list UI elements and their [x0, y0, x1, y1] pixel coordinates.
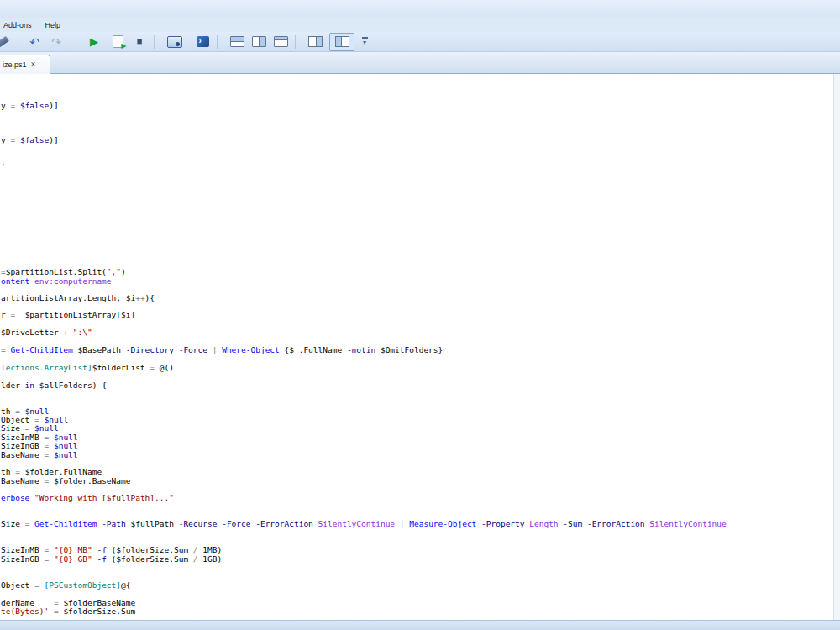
code-segment: =: [25, 423, 34, 433]
tab-script-file[interactable]: ize.ps1 ×: [0, 55, 50, 74]
menu-addons[interactable]: Add-ons: [3, 21, 32, 29]
code-segment: =: [10, 310, 24, 319]
code-line[interactable]: ': [1, 162, 6, 171]
code-segment: ': [1, 162, 6, 171]
script-pane-top-button[interactable]: [226, 33, 248, 51]
code-segment: -Recurse: [179, 519, 222, 528]
code-segment: |: [400, 519, 409, 528]
code-segment: /: [193, 554, 202, 564]
code-segment: artitionListArray.Length; $i: [1, 293, 135, 302]
code-line[interactable]: lections.ArrayList]$folderList = @(): [1, 363, 174, 372]
code-segment: $BasePath: [78, 345, 126, 354]
code-segment: @(): [160, 363, 174, 372]
stop-operation-button[interactable]: ■: [129, 33, 150, 51]
stop-icon: ■: [137, 37, 143, 46]
overflow-icon: ▾: [362, 37, 368, 46]
code-line[interactable]: r = $partitionListArray[$i]: [1, 310, 135, 319]
code-line[interactable]: artitionListArray.Length; $i++){: [1, 293, 155, 302]
code-segment: -ErrorAction: [587, 519, 649, 528]
code-segment: =: [10, 101, 19, 110]
script-pane-right-icon: [252, 36, 266, 47]
code-line[interactable]: Object = [PSCustomObject]@{: [1, 580, 130, 590]
code-segment: =: [1, 345, 10, 354]
code-line[interactable]: y = $false)]: [1, 135, 59, 144]
code-segment: -Force: [222, 519, 255, 528]
code-segment: $partitionList.Split(: [6, 267, 107, 276]
code-segment: ($folderSize.Sum: [112, 554, 193, 564]
code-line[interactable]: = Get-ChildItem $BasePath -Directory -Fo…: [1, 345, 443, 354]
menu-help[interactable]: Help: [45, 21, 61, 29]
code-segment: $null: [54, 441, 78, 450]
code-line[interactable]: lder in $allFolders) {: [1, 381, 107, 390]
code-segment: BaseName: [1, 450, 44, 459]
redo-button[interactable]: ↷: [45, 33, 67, 51]
code-segment: -notin: [347, 345, 381, 354]
script-editor-pane[interactable]: y = $false)]y = $false)]'=$partitionList…: [0, 74, 840, 620]
code-segment: -f: [97, 545, 111, 554]
code-line[interactable]: Size = $null: [1, 423, 59, 433]
clear-console-button[interactable]: [0, 33, 10, 51]
code-segment: $folderList: [92, 363, 150, 372]
code-line[interactable]: $DriveLetter + ":\": [1, 328, 92, 337]
code-segment: Size: [1, 519, 25, 528]
code-segment: [PSCustomObject]: [45, 580, 122, 590]
code-segment: ontent: [1, 276, 34, 286]
toolbar-overflow-button[interactable]: ▾: [358, 33, 371, 51]
code-line[interactable]: ontent env:computername: [1, 276, 112, 286]
code-segment: ){: [145, 293, 155, 302]
code-segment: |: [213, 345, 222, 354]
code-segment: =: [44, 554, 53, 564]
code-segment: lder: [1, 381, 25, 390]
code-line[interactable]: BaseName = $folder.BaseName: [1, 476, 130, 486]
code-segment: )]: [49, 135, 58, 144]
code-segment: {$_.FullName: [285, 345, 347, 354]
code-segment: -Directory: [126, 345, 179, 354]
script-pane-right-button[interactable]: [248, 33, 270, 51]
code-segment: ++: [135, 293, 144, 302]
mini-play-icon: ▶: [121, 43, 126, 50]
code-segment: "{0} GB": [54, 554, 97, 564]
code-segment: $folder.BaseName: [54, 476, 131, 486]
code-segment: $fullPath: [130, 519, 178, 528]
code-line[interactable]: BaseName = $null: [1, 450, 78, 459]
code-segment: =: [15, 467, 24, 476]
new-remote-powershell-tab-button[interactable]: [163, 33, 186, 51]
code-line[interactable]: y = $false)]: [1, 101, 59, 110]
code-segment: Get-ChildItem: [10, 345, 77, 354]
code-segment: -f: [97, 554, 111, 564]
code-segment: erbose: [1, 493, 34, 502]
code-segment: =: [10, 135, 19, 144]
code-line[interactable]: te(Bytes)' = $folderSize.Sum: [1, 606, 135, 616]
script-pane-maximized-button[interactable]: [270, 33, 291, 51]
toolbar-separator: [217, 35, 218, 49]
code-segment: lections.ArrayList]: [1, 363, 92, 372]
code-segment: /: [193, 545, 202, 554]
code-line[interactable]: SizeInGB = $null: [1, 441, 78, 450]
code-segment: =: [25, 519, 34, 528]
redo-icon: ↷: [51, 36, 61, 48]
code-segment: $null: [54, 450, 78, 459]
code-segment: -Path: [102, 519, 130, 528]
start-powershell-button[interactable]: ›: [192, 33, 213, 51]
code-segment: SilentlyContinue: [318, 519, 400, 528]
tab-label: ize.ps1: [3, 60, 27, 69]
code-line[interactable]: =$partitionList.Split(","): [1, 267, 126, 276]
code-segment: SizeInMB: [1, 545, 44, 554]
code-segment: Length: [529, 519, 563, 528]
show-command-window-button[interactable]: [329, 33, 354, 51]
editor-scrollbar[interactable]: [833, 74, 840, 620]
show-command-addon-button[interactable]: [304, 33, 326, 51]
code-line[interactable]: SizeInMB = "{0} MB" -f ($folderSize.Sum …: [1, 545, 222, 554]
tab-close-icon[interactable]: ×: [31, 60, 36, 69]
run-script-button[interactable]: ▶: [83, 33, 105, 51]
run-selection-button[interactable]: ▶: [107, 33, 129, 51]
code-line[interactable]: erbose "Working with [$fullPath]...": [1, 493, 174, 502]
code-segment: SizeInGB: [1, 441, 44, 450]
code-line[interactable]: SizeInGB = "{0} GB" -f ($folderSize.Sum …: [1, 554, 222, 564]
code-segment: $allFolders) {: [39, 381, 107, 390]
code-line[interactable]: th = $folder.FullName: [1, 467, 102, 476]
code-segment: -ErrorAction: [255, 519, 318, 528]
undo-button[interactable]: ↶: [24, 33, 45, 51]
code-line[interactable]: Size = Get-Childitem -Path $fullPath -Re…: [1, 519, 727, 528]
code-segment: Object: [1, 580, 34, 590]
